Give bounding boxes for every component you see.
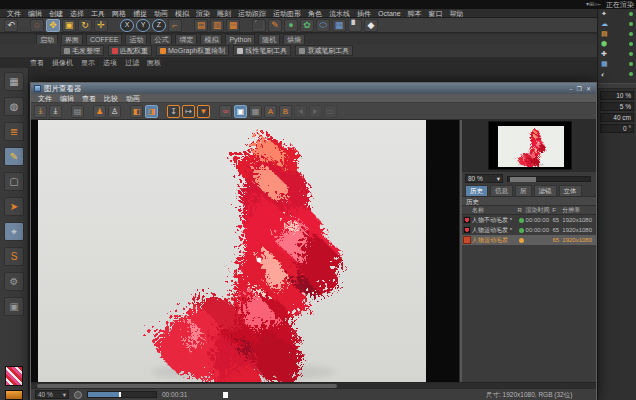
object-row[interactable]: ◐	[598, 69, 636, 79]
split-view-icon[interactable]: ▦	[249, 105, 262, 118]
attribute-value-field[interactable]: 10 %	[600, 91, 634, 100]
model-mode-icon[interactable]: ◍	[4, 97, 24, 116]
object-enable-dot[interactable]	[629, 62, 633, 66]
rotate-tool-icon[interactable]: ↻	[78, 19, 92, 32]
save-as-icon[interactable]: ⤓	[49, 105, 62, 118]
menu-item[interactable]: 运动图形	[270, 9, 304, 18]
titlebar-icon[interactable]: ⌐	[597, 1, 601, 7]
render-canvas[interactable]	[31, 120, 459, 382]
menu-item[interactable]: 文件	[4, 9, 24, 18]
material-swatch[interactable]	[5, 366, 23, 386]
pv-menu-item[interactable]: 编辑	[57, 94, 77, 103]
menu-item[interactable]: 运动跟踪	[235, 9, 269, 18]
history-row[interactable]: 人物运动毛发 65 1920x1080	[462, 235, 596, 245]
gap[interactable]	[64, 105, 69, 118]
menu-item[interactable]: 窗口	[426, 9, 446, 18]
undo-icon[interactable]: ↶	[4, 19, 18, 32]
edge-mode-icon[interactable]: ▢	[4, 172, 24, 191]
array-icon[interactable]: ✿	[300, 19, 314, 32]
viewport-menu-item[interactable]: 面板	[147, 58, 161, 68]
col-rendertime[interactable]: 渲染时间	[526, 206, 553, 215]
live-selection-icon[interactable]: ◌	[30, 19, 44, 32]
maximize-icon[interactable]: ❐	[575, 86, 584, 92]
zoom-100-icon[interactable]: ↧	[167, 105, 180, 118]
pv-menu-item[interactable]: 动画	[123, 94, 143, 103]
clear-history-icon[interactable]: ▭	[324, 105, 337, 118]
menu-item[interactable]: 插件	[354, 9, 374, 18]
layout-tab[interactable]: 烘焙	[283, 34, 305, 44]
attribute-value-field[interactable]: 40 cm	[600, 113, 634, 122]
minimize-icon[interactable]: –	[567, 86, 574, 92]
object-row[interactable]: ▤	[598, 29, 636, 39]
object-enable-dot[interactable]	[629, 52, 633, 56]
view-zoom-select[interactable]: 40 % ▾	[35, 390, 69, 399]
coord-system-icon[interactable]: ⌐	[168, 19, 182, 32]
menu-item[interactable]: 动画	[151, 9, 171, 18]
object-enable-dot[interactable]	[629, 12, 633, 16]
pv-panel-tab[interactable]: 层	[515, 185, 532, 196]
polygon-mode-icon[interactable]: ➤	[4, 197, 24, 216]
menu-item[interactable]: 创建	[46, 9, 66, 18]
object-row[interactable]: ⬢	[598, 39, 636, 49]
primitive-cube-icon[interactable]: ⬛	[252, 19, 266, 32]
plugin-button[interactable]: 衰减笔刷工具	[295, 45, 353, 56]
gap[interactable]	[160, 105, 165, 118]
menu-item[interactable]: 模拟	[172, 9, 192, 18]
z-axis-lock-icon[interactable]: Z	[152, 19, 166, 32]
history-back-icon[interactable]: ◄	[294, 105, 307, 118]
history-row[interactable]: 人物运动毛发 * 00:00:00 65 1920x1080	[462, 225, 596, 235]
gap[interactable]	[242, 19, 250, 32]
point-mode-icon[interactable]: ✎	[4, 147, 24, 166]
layout-tab[interactable]: 公式	[150, 34, 172, 44]
layout-tab[interactable]: 模拟	[200, 34, 222, 44]
y-axis-lock-icon[interactable]: Y	[136, 19, 150, 32]
material-swatch[interactable]	[5, 390, 23, 400]
pv-panel-tab[interactable]: 滤镜	[534, 185, 557, 196]
tweak-mode-icon[interactable]: ⌖	[4, 222, 24, 241]
history-row[interactable]: 人物不动毛发 * 00:00:00 65 1920x1080	[462, 215, 596, 225]
gap[interactable]	[86, 105, 91, 118]
x-axis-lock-icon[interactable]: X	[120, 19, 134, 32]
set-b-letter-icon[interactable]: B	[279, 105, 292, 118]
gap[interactable]	[110, 19, 118, 32]
menu-item[interactable]: 流水线	[326, 9, 353, 18]
snap-icon[interactable]: ▣	[4, 297, 24, 316]
render-picture-viewer-icon[interactable]: ▥	[210, 19, 224, 32]
gap[interactable]	[212, 105, 217, 118]
render-settings-icon[interactable]: ▦	[226, 19, 240, 32]
menu-item[interactable]: 捕捉	[130, 9, 150, 18]
plugin-button[interactable]: 毛发整理	[60, 45, 104, 56]
pv-panel-tab[interactable]: 立体	[559, 185, 582, 196]
layout-tab[interactable]: COFFEE	[86, 34, 122, 44]
move-tool-icon[interactable]: ✥	[46, 19, 60, 32]
pv-panel-tab[interactable]: 信息	[490, 185, 513, 196]
attribute-value-field[interactable]: 5 %	[600, 102, 634, 111]
compare-b-figure-icon[interactable]: ♙	[108, 105, 121, 118]
fullscreen-icon[interactable]: ▣	[234, 105, 247, 118]
object-row[interactable]: ▦	[598, 59, 636, 69]
camera-icon[interactable]: ▘	[348, 19, 362, 32]
layout-tab[interactable]: 启动	[36, 34, 58, 44]
texture-mode-icon[interactable]: ≣	[4, 122, 24, 141]
menu-item[interactable]: 选择	[67, 9, 87, 18]
sphere-icon[interactable]: ●	[284, 19, 298, 32]
menu-item[interactable]: 脚本	[405, 9, 425, 18]
spline-pen-icon[interactable]: S	[4, 247, 24, 266]
viewport-menu-item[interactable]: 摄像机	[52, 58, 73, 68]
slider-handle[interactable]	[510, 177, 536, 182]
menu-item[interactable]: 网格	[109, 9, 129, 18]
plane-icon[interactable]: ▦	[332, 19, 346, 32]
viewport-menu-item[interactable]: 查看	[30, 58, 44, 68]
set-as-b-icon[interactable]: ◨	[145, 105, 158, 118]
menu-item[interactable]: 帮助	[447, 9, 467, 18]
gap[interactable]	[123, 105, 128, 118]
ab-compare-icon[interactable]: ▼	[197, 105, 210, 118]
compare-a-figure-icon[interactable]: ♟	[93, 105, 106, 118]
history-forward-icon[interactable]: ►	[309, 105, 322, 118]
pv-menu-item[interactable]: 查看	[79, 94, 99, 103]
attribute-value-field[interactable]: 0 °	[600, 124, 634, 133]
menu-item[interactable]: 编辑	[25, 9, 45, 18]
layout-tab[interactable]: 随机	[258, 34, 280, 44]
set-a-letter-icon[interactable]: A	[264, 105, 277, 118]
plugin-button[interactable]: 匹配权重	[108, 45, 152, 56]
